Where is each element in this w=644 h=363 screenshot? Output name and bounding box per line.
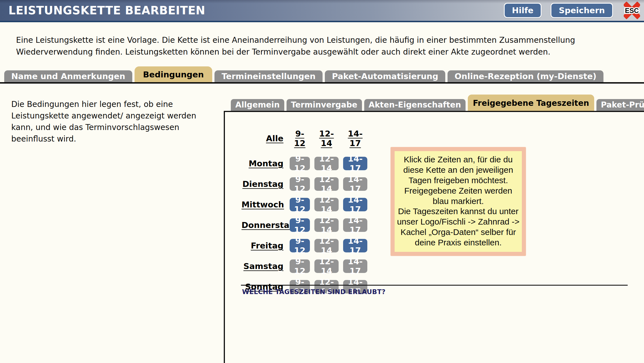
day-link-montag[interactable]: Montag <box>242 159 285 168</box>
intro-text: Eine Leistungskette ist eine Vorlage. Di… <box>16 34 631 58</box>
slot-samstag-12-14[interactable]: 12-14 <box>314 259 339 273</box>
slot-samstag-14-17[interactable]: 14-17 <box>343 259 367 273</box>
slot-dienstag-14-17[interactable]: 14-17 <box>343 177 367 191</box>
section-label: WELCHE TAGESZEITEN SIND ERLAUBT? <box>242 288 386 295</box>
select-column-link-9-12[interactable]: 9-12 <box>290 129 310 150</box>
esc-close-icon[interactable]: ESC <box>624 1 640 19</box>
tab-name-und-anmerkungen[interactable]: Name und Anmerkungen <box>4 70 132 82</box>
slot-donnerstag-9-12[interactable]: 9-12 <box>290 218 310 232</box>
note-paragraph: Klick die Zeiten an, für die du diese Ke… <box>396 154 520 206</box>
subtab-allgemein[interactable]: Allgemein <box>231 99 284 111</box>
subtab-terminvergabe[interactable]: Terminvergabe <box>287 99 362 111</box>
day-link-samstag[interactable]: Samstag <box>242 261 285 271</box>
page-title: LEISTUNGSKETTE BEARBEITEN <box>8 4 205 17</box>
select-column-link-14-17[interactable]: 14-17 <box>343 129 367 150</box>
info-note: Klick die Zeiten an, für die du diese Ke… <box>391 147 526 256</box>
select-column-link-12-14[interactable]: 12-14 <box>314 129 339 150</box>
subtab-paket-prüfungen[interactable]: Paket-Prüfungen <box>596 99 644 111</box>
day-link-freitag[interactable]: Freitag <box>242 241 285 250</box>
inner-tab-bar: AllgemeinTerminvergabeAkten-Eigenschafte… <box>231 95 644 111</box>
slot-montag-12-14[interactable]: 12-14 <box>314 157 339 170</box>
slot-donnerstag-14-17[interactable]: 14-17 <box>343 218 367 232</box>
slot-samstag-9-12[interactable]: 9-12 <box>290 259 310 273</box>
slot-freitag-9-12[interactable]: 9-12 <box>290 239 310 252</box>
tab-paket-automatisierung[interactable]: Paket-Automatisierung <box>325 70 445 82</box>
day-link-donnerstag[interactable]: Donnerstag <box>242 220 285 230</box>
outer-tab-bar: Name und AnmerkungenBedingungenTerminein… <box>4 66 603 82</box>
help-button[interactable]: Hilfe <box>504 3 542 18</box>
tab-termineinstellungen[interactable]: Termineinstellungen <box>214 70 323 82</box>
select-all-link[interactable]: Alle <box>242 134 285 145</box>
conditions-info-text: Die Bedingungen hier legen fest, ob eine… <box>11 98 208 145</box>
slot-dienstag-9-12[interactable]: 9-12 <box>290 177 310 191</box>
note-paragraph: Die Tageszeiten kannst du unter unser Lo… <box>396 206 520 248</box>
slot-mittwoch-9-12[interactable]: 9-12 <box>290 198 310 211</box>
title-bar: LEISTUNGSKETTE BEARBEITEN Hilfe Speicher… <box>0 0 644 22</box>
slot-mittwoch-14-17[interactable]: 14-17 <box>343 198 367 211</box>
panel-left-border <box>224 111 225 363</box>
tab-online-rezeption-my-dienste[interactable]: Online-Rezeption (my-Dienste) <box>448 70 603 82</box>
subtab-freigegebene-tageszeiten[interactable]: Freigegebene Tageszeiten <box>468 95 594 111</box>
slot-montag-9-12[interactable]: 9-12 <box>290 157 310 170</box>
slot-montag-14-17[interactable]: 14-17 <box>343 157 367 170</box>
day-link-dienstag[interactable]: Dienstag <box>242 179 285 189</box>
day-link-mittwoch[interactable]: Mittwoch <box>242 200 285 209</box>
slot-mittwoch-12-14[interactable]: 12-14 <box>314 198 339 211</box>
grid-bottom-divider <box>241 285 628 286</box>
esc-label: ESC <box>625 7 639 14</box>
save-button[interactable]: Speichern <box>551 3 613 18</box>
inner-tab-divider <box>224 111 644 112</box>
subtab-akten-eigenschaften[interactable]: Akten-Eigenschaften <box>364 99 466 111</box>
day-time-grid: Alle9-1212-1414-17Montag9-1212-1414-17Di… <box>242 129 367 293</box>
slot-donnerstag-12-14[interactable]: 12-14 <box>314 218 339 232</box>
slot-dienstag-12-14[interactable]: 12-14 <box>314 177 339 191</box>
slot-freitag-12-14[interactable]: 12-14 <box>314 239 339 252</box>
outer-tab-divider <box>0 82 644 84</box>
tab-bedingungen[interactable]: Bedingungen <box>135 66 212 82</box>
slot-freitag-14-17[interactable]: 14-17 <box>343 239 367 252</box>
